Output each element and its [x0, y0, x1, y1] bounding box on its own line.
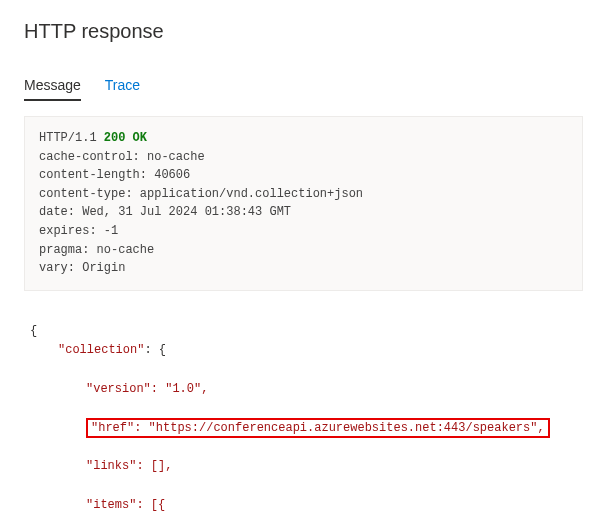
tab-message[interactable]: Message: [24, 71, 81, 101]
json-top-href: "href": "https://conferenceapi.azurewebs…: [91, 421, 545, 435]
header-vary: vary: Origin: [39, 261, 125, 275]
header-content-length: content-length: 40606: [39, 168, 190, 182]
http-status: 200 OK: [104, 131, 147, 145]
json-items-open: "items": [{: [86, 498, 165, 512]
json-version: "version": "1.0",: [86, 382, 208, 396]
tab-bar: Message Trace: [24, 71, 583, 102]
json-body: { "collection": { "version": "1.0", "hre…: [24, 291, 583, 513]
header-pragma: pragma: no-cache: [39, 243, 154, 257]
header-content-type: content-type: application/vnd.collection…: [39, 187, 363, 201]
http-header-block: HTTP/1.1 200 OK cache-control: no-cache …: [24, 116, 583, 291]
json-collection-key: "collection": [58, 343, 144, 357]
json-top-links: "links": [],: [86, 459, 172, 473]
tab-trace[interactable]: Trace: [105, 71, 140, 101]
header-cache-control: cache-control: no-cache: [39, 150, 205, 164]
header-expires: expires: -1: [39, 224, 118, 238]
header-date: date: Wed, 31 Jul 2024 01:38:43 GMT: [39, 205, 291, 219]
json-brace-open: {: [30, 324, 37, 338]
page-title: HTTP response: [24, 20, 583, 43]
http-protocol: HTTP/1.1: [39, 131, 97, 145]
